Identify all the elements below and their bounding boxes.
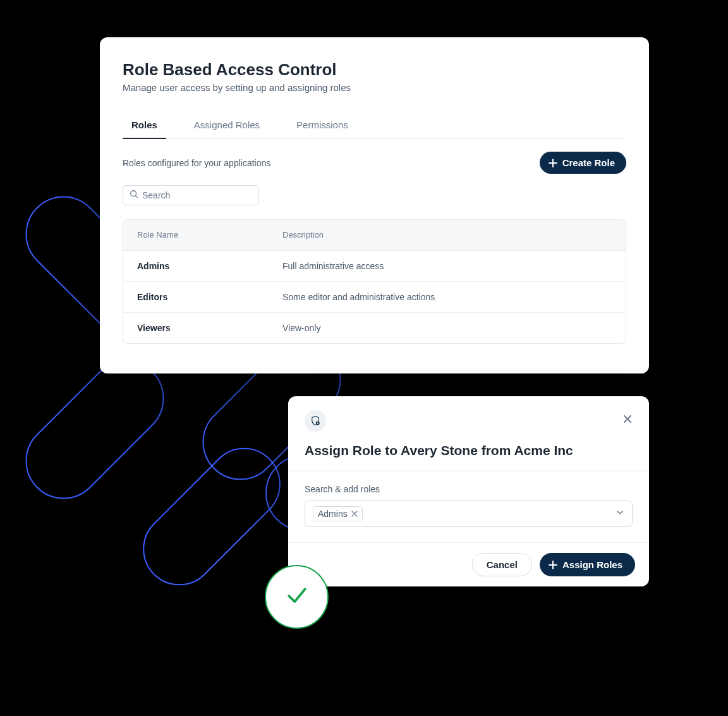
column-header-name: Role Name <box>137 230 282 240</box>
tab-permissions[interactable]: Permissions <box>288 113 357 139</box>
section-description: Roles configured for your applications <box>123 158 270 168</box>
column-header-description: Description <box>282 230 612 240</box>
table-row[interactable]: Editors Some editor and administrative a… <box>123 281 626 312</box>
page-subtitle: Manage user access by setting up and ass… <box>123 82 626 93</box>
tab-assigned-roles[interactable]: Assigned Roles <box>185 113 269 139</box>
chevron-down-icon <box>616 508 624 519</box>
cancel-button[interactable]: Cancel <box>472 553 532 576</box>
roles-table: Role Name Description Admins Full admini… <box>123 219 626 344</box>
role-description: Full administrative access <box>282 261 612 271</box>
role-description: View-only <box>282 323 612 333</box>
rbac-card: Role Based Access Control Manage user ac… <box>100 37 649 373</box>
search-icon <box>130 190 138 201</box>
search-input-wrap[interactable] <box>123 185 259 205</box>
shield-icon <box>305 410 326 432</box>
check-icon <box>283 582 311 612</box>
tabs: Roles Assigned Roles Permissions <box>123 113 626 139</box>
chip-label: Admins <box>318 509 348 519</box>
assign-roles-button[interactable]: Assign Roles <box>540 553 635 576</box>
create-role-button[interactable]: Create Role <box>540 152 626 174</box>
modal-title: Assign Role to Avery Stone from Acme Inc <box>305 443 633 458</box>
x-icon <box>351 511 358 517</box>
table-row[interactable]: Viewers View-only <box>123 312 626 343</box>
plus-icon <box>549 561 557 569</box>
table-header: Role Name Description <box>123 220 626 250</box>
assign-roles-label: Assign Roles <box>562 559 622 570</box>
role-description: Some editor and administrative actions <box>282 292 612 302</box>
role-name: Editors <box>137 292 282 302</box>
table-row[interactable]: Admins Full administrative access <box>123 250 626 281</box>
close-button[interactable] <box>620 411 635 428</box>
plus-icon <box>549 159 557 167</box>
create-role-label: Create Role <box>562 157 615 168</box>
assign-role-modal: Assign Role to Avery Stone from Acme Inc… <box>288 396 649 586</box>
success-badge <box>265 565 329 629</box>
role-multiselect[interactable]: Admins <box>305 501 633 527</box>
search-input[interactable] <box>142 190 253 200</box>
field-label: Search & add roles <box>305 484 633 494</box>
remove-chip-button[interactable] <box>351 511 358 517</box>
page-title: Role Based Access Control <box>123 60 626 80</box>
role-name: Viewers <box>137 323 282 333</box>
role-name: Admins <box>137 261 282 271</box>
close-icon <box>622 416 633 426</box>
tab-roles[interactable]: Roles <box>123 113 166 139</box>
selected-role-chip: Admins <box>313 506 363 521</box>
